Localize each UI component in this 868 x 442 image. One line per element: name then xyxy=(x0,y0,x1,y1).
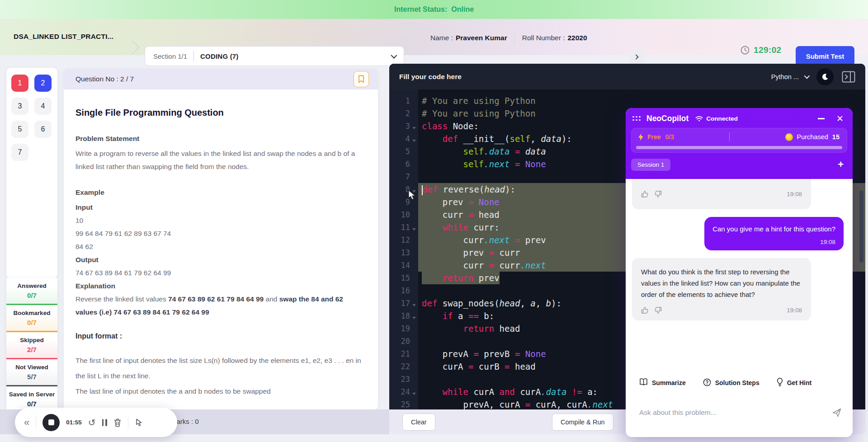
message-time: 19:08 xyxy=(712,239,835,245)
status-value: 2/7 xyxy=(6,346,57,353)
timer-value: 129:02 xyxy=(754,45,782,55)
action-label: Get Hint xyxy=(787,379,811,386)
line-number: 24 xyxy=(389,387,418,396)
pause-recording-icon[interactable] xyxy=(102,419,107,426)
question-number-button[interactable]: 4 xyxy=(34,98,52,115)
open-panel-button[interactable] xyxy=(842,71,855,83)
roll-value: 22020 xyxy=(567,34,587,42)
neocopilot-panel: NeoCopilot Connected ✕ Free 0/3 Purchase… xyxy=(626,108,853,437)
line-number: 16 xyxy=(389,286,418,295)
stop-recording-button[interactable] xyxy=(42,414,60,431)
line-number: 13 xyxy=(389,248,418,257)
timer: 129:02 xyxy=(740,45,782,55)
pointer-tool-icon[interactable] xyxy=(135,418,143,427)
free-value: 0/3 xyxy=(665,133,674,141)
name-value: Praveen Kumar xyxy=(456,34,507,42)
thumbs-down-icon[interactable] xyxy=(654,306,662,314)
fold-icon[interactable] xyxy=(412,140,416,142)
divider xyxy=(36,416,36,429)
fold-icon[interactable] xyxy=(412,228,416,230)
action-get-hint[interactable]: Get Hint xyxy=(777,378,811,388)
line-number: 11 xyxy=(389,223,418,232)
status-label: Not Viewed xyxy=(6,364,57,371)
line-number: 2 xyxy=(389,109,418,118)
action-label: Summarize xyxy=(652,379,686,386)
compile-run-button[interactable]: Compile & Run xyxy=(552,414,613,431)
book-icon xyxy=(639,378,648,387)
status-label: Bookmarked xyxy=(6,310,57,316)
delete-recording-icon[interactable] xyxy=(113,418,122,427)
purchased-label: Purchased xyxy=(797,133,828,141)
input-format-line: The first line of input denotes the list… xyxy=(75,353,366,384)
status-block: Not Viewed5/7 xyxy=(6,359,57,386)
code-line[interactable]: 1# You are using Python xyxy=(389,94,865,107)
chat-input[interactable] xyxy=(639,409,832,417)
minimize-icon[interactable] xyxy=(818,118,825,119)
divider xyxy=(729,132,730,141)
close-icon[interactable]: ✕ xyxy=(836,114,844,123)
action-solution-steps[interactable]: Solution Steps xyxy=(703,378,760,388)
divider xyxy=(128,416,128,429)
section-select[interactable]: Section 1/1 CODING (7) xyxy=(145,46,404,66)
credits-progress-bar xyxy=(636,146,842,149)
restart-recording-icon[interactable]: ↺ xyxy=(88,418,96,427)
question-number-button[interactable]: 2 xyxy=(34,75,52,92)
chat-message-user: Can you give me a hint for this question… xyxy=(704,217,844,250)
chevron-down-icon xyxy=(804,73,810,79)
copilot-title: NeoCopilot xyxy=(646,114,689,123)
chat-quick-actions: SummarizeSolution StepsGet Hint xyxy=(639,376,844,390)
question-number-button[interactable]: 3 xyxy=(11,98,28,115)
theme-toggle-button[interactable] xyxy=(816,68,834,85)
status-block: Skipped2/7 xyxy=(6,332,57,359)
question-number-button[interactable]: 7 xyxy=(11,144,28,161)
chat-message-list[interactable]: 19:08Can you give me a hint for this que… xyxy=(626,179,853,380)
purchased-value: 15 xyxy=(832,133,840,141)
fold-icon[interactable] xyxy=(412,304,416,306)
status-block: Answered0/7 xyxy=(6,278,57,305)
thumbs-up-icon[interactable] xyxy=(641,190,649,198)
chat-message-bot: What do you think is the first step to r… xyxy=(632,258,811,320)
message-meta: 19:08 xyxy=(641,190,802,198)
session-tab[interactable]: Session 1 xyxy=(631,159,670,171)
line-number: 10 xyxy=(389,210,418,219)
input-format-label: Input format : xyxy=(75,330,366,342)
thumbs-up-icon[interactable] xyxy=(641,306,649,314)
next-question-button[interactable] xyxy=(629,49,644,65)
submit-test-button[interactable]: Submit Test xyxy=(796,46,854,66)
collapse-left-icon[interactable]: « xyxy=(24,418,29,428)
problem-statement-label: Problem Statement xyxy=(75,133,366,144)
new-session-button[interactable]: + xyxy=(838,160,844,169)
section-value: CODING (7) xyxy=(200,52,239,60)
bookmark-icon xyxy=(358,75,364,83)
status-label: Skipped xyxy=(6,337,57,343)
chevron-right-icon xyxy=(633,54,638,59)
fold-icon[interactable] xyxy=(412,317,416,319)
fold-icon[interactable] xyxy=(412,127,416,129)
test-title: DSA_LINKED LIST_PRACTI... xyxy=(14,33,113,41)
line-number: 1 xyxy=(389,96,418,105)
line-number: 19 xyxy=(389,324,418,333)
editor-scrollbar[interactable] xyxy=(859,190,863,263)
send-icon xyxy=(832,408,842,418)
language-select[interactable]: Python ... xyxy=(771,73,808,80)
explanation-label: Explanation xyxy=(75,279,366,292)
line-number: 12 xyxy=(389,235,418,245)
fold-icon[interactable] xyxy=(412,393,416,395)
message-time: 19:08 xyxy=(787,191,802,197)
free-label: Free xyxy=(647,133,661,141)
question-number-button[interactable]: 6 xyxy=(34,121,52,138)
thumbs-down-icon[interactable] xyxy=(654,190,662,198)
question-number-button[interactable]: 1 xyxy=(11,75,28,92)
breadcrumb-arrow-icon xyxy=(125,40,139,54)
line-number: 3 xyxy=(389,122,418,131)
action-summarize[interactable]: Summarize xyxy=(639,378,686,387)
clear-button[interactable]: Clear xyxy=(402,414,435,431)
recording-time: 01:55 xyxy=(66,419,82,426)
app-header: DSA_LINKED LIST_PRACTI... Section 1/1 CO… xyxy=(0,19,868,55)
send-button[interactable] xyxy=(832,408,842,418)
drag-handle-icon[interactable] xyxy=(632,116,641,122)
bookmark-button[interactable] xyxy=(354,71,369,87)
question-number-button[interactable]: 5 xyxy=(11,121,28,138)
internet-status-label: Internet Status: xyxy=(394,5,447,14)
code-line-text: # You are using Python xyxy=(418,94,865,107)
